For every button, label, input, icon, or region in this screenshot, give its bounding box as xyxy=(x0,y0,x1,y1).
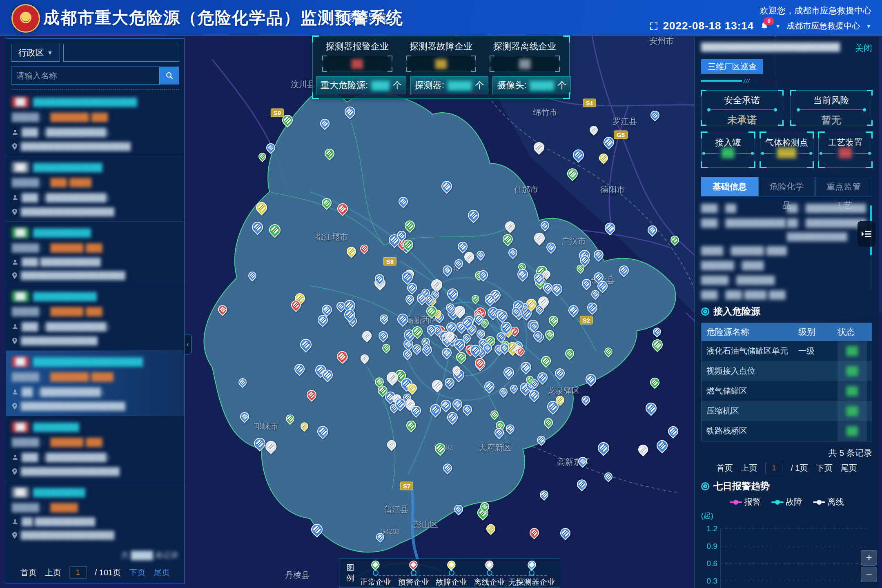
section-bullet-icon xyxy=(701,307,709,316)
map-road-label: S7 xyxy=(400,482,413,490)
indent-list-icon xyxy=(861,229,872,238)
svg-text:0.9: 0.9 xyxy=(707,542,717,550)
map-place-label: 都江堰市 xyxy=(315,232,348,243)
map-place-label: 德阳市 xyxy=(600,184,625,195)
page-prev-button[interactable]: 上页 xyxy=(45,567,61,578)
user-menu[interactable]: 成都市应急救援中心 xyxy=(786,20,860,31)
search-button[interactable] xyxy=(160,67,179,85)
location-icon xyxy=(12,272,18,279)
info-row: ███：████：███████████ xyxy=(701,203,872,214)
tab-重点监管工艺[interactable]: 重点监管工艺 xyxy=(815,177,872,196)
sidebar-pagination: 首页 上页 1 / 101页 下页 尾页 xyxy=(6,566,184,579)
table-row[interactable]: 铁路栈桥区██ xyxy=(702,421,872,441)
map-road-label: S9 xyxy=(271,109,284,117)
trend-chart-legend: 报警故障离线 xyxy=(701,497,872,508)
sidebar-collapse-button[interactable]: ‹ xyxy=(185,334,192,354)
company-sidebar: 行政区 ▼ █████████████████████████：███████·… xyxy=(6,38,185,584)
trend-legend-item[interactable]: 故障 xyxy=(771,497,802,508)
header-right: 2022-08-18 13:14 0 ▼ 成都市应急救援中心 ▼ xyxy=(650,20,871,32)
company-detail-panel: ████████████████████████ 关闭 三维厂区巡查 /// 安… xyxy=(694,37,879,588)
map-road-label: S2 xyxy=(580,316,593,325)
svg-text:1.2: 1.2 xyxy=(707,524,717,533)
info-row: ███：███·████·███ xyxy=(701,290,872,300)
company-name: ██████████████████ xyxy=(33,98,137,107)
tbl-page-last-button[interactable]: 尾页 xyxy=(841,463,857,474)
company-card[interactable]: █████████████████████████：███████·██████… xyxy=(6,91,184,156)
notification-badge: 0 xyxy=(764,17,774,25)
bell-caret-icon[interactable]: ▼ xyxy=(775,23,781,29)
info-rows: ███：████：██████████████：█████████████：██… xyxy=(701,203,872,300)
company-name: ███████████ xyxy=(33,292,97,301)
trend-legend-item[interactable]: 报警 xyxy=(730,497,761,508)
basic-info-area: ███：████：██████████████：█████████████：██… xyxy=(701,203,872,299)
zoom-out-button[interactable]: − xyxy=(861,567,877,582)
table-pagination: 首页 上页 1 / 1页 下页 尾页 xyxy=(701,462,872,474)
table-row[interactable]: 视频接入点位██ xyxy=(702,361,872,381)
table-row[interactable]: 液化石油气储罐区单元一级██ xyxy=(702,341,872,361)
table-row[interactable]: 燃气储罐区██ xyxy=(702,381,872,401)
trend-section-header: 七日报警趋势 xyxy=(701,480,872,492)
table-record-count: 共 5 条记录 xyxy=(701,447,872,459)
info-scrollbar[interactable] xyxy=(870,204,872,290)
datetime-display: 2022-08-18 13:14 xyxy=(663,20,754,32)
legend-item[interactable]: 离线企业 xyxy=(470,559,508,588)
detail-tabs: 基础信息危险化学品重点监管工艺 xyxy=(701,177,872,196)
close-panel-button[interactable]: 关闭 xyxy=(855,42,872,54)
panel-expand-button[interactable] xyxy=(858,221,875,247)
tbl-page-prev-button[interactable]: 上页 xyxy=(741,463,757,474)
tab-危险化学品[interactable]: 危险化学品 xyxy=(758,177,815,196)
notification-bell-icon[interactable]: 0 xyxy=(760,21,769,31)
person-icon xyxy=(12,194,18,201)
table-row[interactable]: 压缩机区██ xyxy=(702,401,872,421)
tbl-page-number-input[interactable]: 1 xyxy=(765,462,782,474)
company-card[interactable]: ██████████████████████████：███████·█████… xyxy=(6,351,184,416)
info-row: ██████：████ xyxy=(701,260,872,271)
search-row xyxy=(11,67,179,85)
zoom-in-button[interactable]: + xyxy=(861,550,877,566)
fullscreen-icon[interactable] xyxy=(650,22,657,30)
company-card[interactable]: █████████████████：██████·██████ ████████… xyxy=(6,222,184,285)
nav-label: 系统导航 xyxy=(348,11,387,24)
record-summary: 共 ████ 条记录 xyxy=(121,550,178,561)
company-card[interactable]: ███████████████████：███·███████（████████… xyxy=(6,156,184,222)
map-place-label: 安州市 xyxy=(649,36,674,47)
legend-pin-icon xyxy=(370,559,381,571)
user-caret-icon[interactable]: ▼ xyxy=(866,23,871,29)
person-icon xyxy=(12,129,18,136)
person-icon xyxy=(12,389,18,395)
legend-pin-icon xyxy=(526,559,537,571)
plant-3d-tour-button[interactable]: 三维厂区巡查 xyxy=(701,59,763,74)
page-last-button[interactable]: 尾页 xyxy=(154,567,170,578)
map-road-label: G5 xyxy=(614,131,628,139)
hazard-source-table: 危险源名称 级别 状态 液化石油气储罐区单元一级██视频接入点位██燃气储罐区█… xyxy=(701,323,872,441)
trend-legend-item[interactable]: 离线 xyxy=(813,497,844,508)
legend-item[interactable]: 无探测器企业 xyxy=(508,559,555,588)
map-place-label: 什邡市 xyxy=(514,184,538,195)
location-icon xyxy=(12,403,18,410)
page-next-button[interactable]: 下页 xyxy=(129,567,145,578)
current-risk-label: 当前风险 xyxy=(791,94,872,107)
district-select[interactable]: 行政区 ▼ xyxy=(11,44,60,62)
page-number-input[interactable]: 1 xyxy=(69,566,87,579)
legend-item[interactable]: 正常企业 xyxy=(356,559,394,588)
company-card[interactable]: ████████████████：███████ ███████████████… xyxy=(6,481,184,544)
location-icon xyxy=(12,143,18,150)
map-place-label: 绵竹市 xyxy=(533,107,557,118)
system-nav-button[interactable]: 系统导航 xyxy=(336,0,387,35)
company-card[interactable]: ███████████████：██████·██████（██████████… xyxy=(6,416,184,481)
search-input[interactable] xyxy=(11,67,160,85)
legend-item[interactable]: 预警企业 xyxy=(394,559,432,588)
page-first-button[interactable]: 首页 xyxy=(20,567,37,578)
district-value-box[interactable] xyxy=(63,44,179,62)
stats-cards: 探测器报警企业██探测器故障企业██探测器离线企业██ xyxy=(313,36,569,71)
tbl-page-next-button[interactable]: 下页 xyxy=(816,463,833,474)
person-icon xyxy=(12,323,18,330)
legend-item[interactable]: 故障企业 xyxy=(432,559,470,588)
stat-card: 探测器离线企业██ xyxy=(483,40,567,71)
map-legend: 图 例 正常企业预警企业故障企业离线企业无探测器企业 xyxy=(339,559,560,588)
counter-bar: 重大危险源:███个 xyxy=(316,76,406,94)
company-name: ███████████████████ xyxy=(33,357,143,367)
tbl-page-first-button[interactable]: 首页 xyxy=(716,463,733,474)
company-card[interactable]: ██████████████████：██████·██████（███████… xyxy=(6,285,184,351)
tab-基础信息[interactable]: 基础信息 xyxy=(701,177,758,196)
